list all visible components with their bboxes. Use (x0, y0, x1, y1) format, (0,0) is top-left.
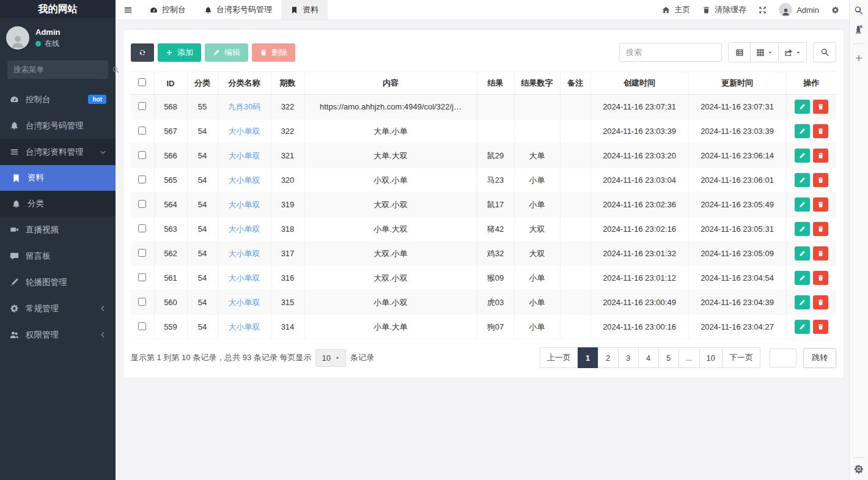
sidebar-item-general-mgmt[interactable]: 常规管理 (0, 295, 116, 322)
cell-content: 小双.小单 (304, 168, 477, 193)
category-name-link[interactable]: 大小单双 (229, 273, 260, 282)
row-edit-button[interactable] (795, 173, 810, 187)
row-edit-button[interactable] (795, 320, 810, 334)
sidebar-item-carousel-mgmt[interactable]: 轮播图管理 (0, 269, 116, 295)
data-card: 添加 编辑 删除 ID分类分类名称期数内容结果结果数字备注创建 (123, 29, 844, 378)
row-edit-button[interactable] (795, 295, 810, 309)
delete-button[interactable]: 删除 (252, 43, 295, 62)
user-menu[interactable]: Admin (779, 3, 819, 17)
rail-settings-button[interactable] (854, 464, 864, 474)
sidebar-search-input[interactable] (13, 65, 112, 74)
row-checkbox[interactable] (138, 175, 146, 183)
row-delete-button[interactable] (813, 320, 828, 334)
select-all-checkbox[interactable] (138, 78, 146, 86)
cell-updated: 2024-11-16 23:07:31 (688, 95, 786, 119)
category-name-link[interactable]: 九肖30码 (228, 102, 260, 111)
chevron-down-icon (100, 149, 106, 155)
sidebar-toggle-button[interactable] (116, 0, 141, 20)
sidebar-item-message-board[interactable]: 留言板 (0, 243, 116, 269)
clear-cache-button[interactable]: 清除缓存 (702, 4, 746, 15)
home-link[interactable]: 主页 (662, 4, 690, 15)
category-name-link[interactable]: 大小单双 (229, 224, 260, 234)
refresh-button[interactable] (131, 43, 154, 62)
row-delete-button[interactable] (813, 295, 828, 309)
fullscreen-button[interactable] (759, 6, 767, 14)
add-button[interactable]: 添加 (158, 43, 201, 62)
page-button-2[interactable]: 2 (598, 347, 619, 368)
category-name-link[interactable]: 大小单双 (229, 322, 260, 331)
sidebar-item-label: 控制台 (26, 94, 51, 105)
row-checkbox[interactable] (138, 127, 146, 135)
prev-page-button[interactable]: 上一页 (540, 347, 578, 368)
sidebar-item-lottery-number-mgmt[interactable]: 台湾彩号码管理 (0, 113, 116, 139)
row-delete-button[interactable] (813, 246, 828, 260)
row-checkbox[interactable] (138, 200, 146, 208)
rail-extension-button[interactable] (854, 24, 864, 34)
category-name-link[interactable]: 大小单双 (229, 175, 260, 185)
row-edit-button[interactable] (795, 149, 810, 163)
row-edit-button[interactable] (795, 271, 810, 285)
next-page-button[interactable]: 下一页 (722, 347, 760, 368)
row-edit-button[interactable] (795, 246, 810, 260)
row-delete-button[interactable] (813, 124, 828, 138)
cell-period: 317 (271, 242, 304, 266)
row-select-cell (131, 242, 154, 266)
settings-button[interactable] (831, 6, 839, 14)
sidebar-item-label: 常规管理 (26, 303, 59, 314)
jump-page-input[interactable] (770, 349, 796, 367)
row-delete-button[interactable] (813, 149, 828, 163)
user-panel: Admin 在线 (0, 18, 116, 58)
row-checkbox[interactable] (138, 298, 146, 306)
page-button-3[interactable]: 3 (618, 347, 639, 368)
page-button-5[interactable]: 5 (658, 347, 679, 368)
edit-button[interactable]: 编辑 (205, 43, 248, 62)
tab-lottery-number-mgmt[interactable]: 台湾彩号码管理 (195, 0, 281, 20)
sidebar-item-data[interactable]: 资料 (0, 165, 116, 191)
page-button-4[interactable]: 4 (638, 347, 659, 368)
table-search-input[interactable] (619, 43, 722, 62)
sidebar-item-live-video[interactable]: 直播视频 (0, 216, 116, 243)
tab-dashboard[interactable]: 控制台 (141, 0, 195, 20)
rail-divider (853, 457, 864, 458)
search-submit-button[interactable] (813, 42, 836, 62)
row-delete-button[interactable] (813, 222, 828, 236)
sidebar-item-category[interactable]: 分类 (0, 191, 116, 216)
row-checkbox[interactable] (138, 322, 146, 330)
row-edit-button[interactable] (795, 124, 810, 138)
sidebar-group-lottery-data-mgmt: 台湾彩资料管理资料分类 (0, 139, 116, 216)
row-checkbox[interactable] (138, 102, 146, 110)
category-name-link[interactable]: 大小单双 (229, 200, 260, 209)
tab-data[interactable]: 资料 (281, 0, 328, 20)
cell-updated: 2024-11-16 23:05:31 (688, 217, 786, 242)
row-checkbox[interactable] (138, 224, 146, 232)
category-name-link[interactable]: 大小单双 (229, 298, 260, 307)
jump-button[interactable]: 跳转 (803, 348, 836, 368)
sidebar-item-lottery-data-mgmt[interactable]: 台湾彩资料管理 (0, 139, 116, 165)
export-button[interactable] (778, 42, 807, 62)
rail-add-button[interactable] (854, 53, 864, 63)
row-delete-button[interactable] (813, 198, 828, 212)
page-ellipsis[interactable]: ... (679, 347, 700, 368)
sidebar-item-permission-mgmt[interactable]: 权限管理 (0, 322, 116, 348)
row-checkbox[interactable] (138, 273, 146, 281)
page-size-select[interactable]: 10 (315, 349, 345, 367)
row-delete-button[interactable] (813, 271, 828, 285)
row-delete-button[interactable] (813, 173, 828, 187)
row-edit-button[interactable] (795, 100, 810, 114)
page-size-value: 10 (322, 353, 330, 363)
row-edit-button[interactable] (795, 198, 810, 212)
page-button-10[interactable]: 10 (699, 347, 723, 368)
detail-view-button[interactable] (728, 42, 751, 62)
category-name-link[interactable]: 大小单双 (229, 127, 260, 136)
sidebar-item-dashboard[interactable]: 控制台hot (0, 86, 116, 113)
columns-button[interactable] (750, 42, 779, 62)
category-name-link[interactable]: 大小单双 (229, 249, 260, 258)
row-checkbox[interactable] (138, 151, 146, 159)
row-checkbox[interactable] (138, 249, 146, 257)
rail-search-button[interactable] (854, 6, 864, 15)
page-button-1[interactable]: 1 (578, 347, 598, 368)
row-edit-button[interactable] (795, 222, 810, 236)
category-name-link[interactable]: 大小单双 (229, 151, 260, 160)
row-delete-button[interactable] (813, 100, 828, 114)
pager: 上一页12345...10下一页 跳转 (540, 347, 836, 368)
